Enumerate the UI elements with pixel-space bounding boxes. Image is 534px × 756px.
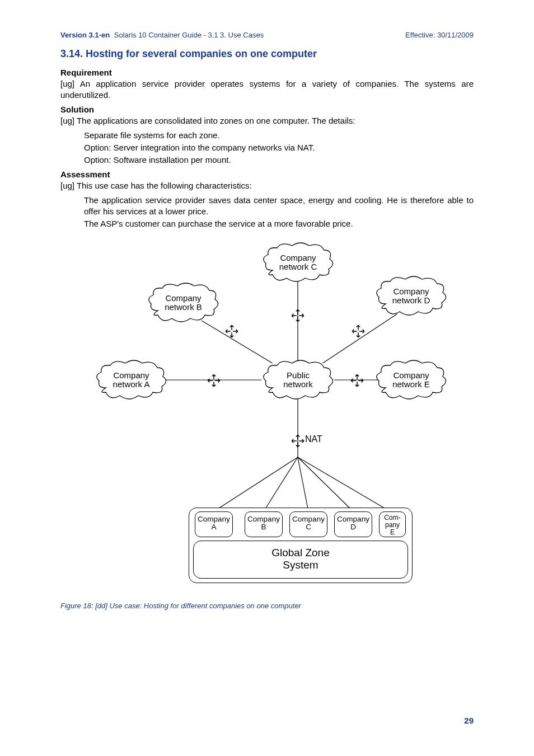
svg-line-10 bbox=[298, 457, 390, 511]
cloud-label: Company network D bbox=[379, 287, 443, 306]
solution-bullets: Separate file systems for each zone. Opt… bbox=[60, 130, 474, 166]
svg-line-3 bbox=[318, 311, 401, 366]
four-arrow-icon bbox=[351, 324, 366, 339]
page-number: 29 bbox=[464, 716, 474, 725]
assessment-label: Assessment bbox=[60, 170, 474, 179]
cloud-label: Company network C bbox=[266, 253, 330, 272]
page-header: Version 3.1-en Solaris 10 Container Guid… bbox=[60, 31, 474, 39]
zone-company-d: Company D bbox=[334, 511, 372, 537]
global-zone-label: Global Zone System bbox=[271, 547, 330, 571]
zone-label: Company B bbox=[247, 515, 280, 532]
cloud-label: Public network bbox=[266, 371, 330, 389]
zone-label: Com- pany E bbox=[384, 514, 400, 536]
bullet-item: Option: Server integration into the comp… bbox=[84, 142, 474, 153]
assessment-text: [ug] This use case has the following cha… bbox=[60, 180, 474, 191]
zone-company-e: Com- pany E bbox=[379, 511, 406, 537]
cloud-label: Company network B bbox=[151, 294, 216, 312]
svg-line-7 bbox=[264, 457, 298, 511]
requirement-label: Requirement bbox=[60, 68, 474, 77]
four-arrow-icon bbox=[350, 373, 364, 388]
four-arrow-icon bbox=[207, 373, 221, 388]
cloud-label: Company network A bbox=[99, 371, 163, 389]
header-version: Version 3.1-en bbox=[60, 31, 110, 39]
cloud-company-e: Company network E bbox=[379, 363, 443, 398]
header-left: Version 3.1-en Solaris 10 Container Guid… bbox=[60, 31, 264, 39]
cloud-company-b: Company network B bbox=[151, 286, 216, 321]
header-effective: Effective: 30/11/2009 bbox=[405, 31, 474, 39]
zone-label: Company A bbox=[198, 515, 230, 532]
nat-label: NAT bbox=[305, 434, 322, 444]
solution-label: Solution bbox=[60, 105, 474, 114]
svg-line-6 bbox=[214, 457, 298, 511]
svg-line-8 bbox=[298, 457, 308, 511]
four-arrow-icon bbox=[291, 308, 305, 323]
four-arrow-icon bbox=[224, 324, 239, 339]
bullet-item: The application service provider saves d… bbox=[84, 195, 474, 218]
section-heading: 3.14. Hosting for several companies on o… bbox=[60, 48, 474, 60]
requirement-text: [ug] An application service provider ope… bbox=[60, 78, 474, 101]
network-diagram: Company network C Company network B Comp… bbox=[88, 246, 446, 593]
zone-company-a: Company A bbox=[195, 511, 233, 537]
cloud-company-a: Company network A bbox=[99, 363, 163, 398]
four-arrow-icon bbox=[291, 434, 305, 448]
cloud-label: Company network E bbox=[379, 371, 443, 389]
figure: Company network C Company network B Comp… bbox=[60, 246, 474, 610]
cloud-company-d: Company network D bbox=[379, 279, 443, 314]
bullet-item: Option: Software installation per mount. bbox=[84, 154, 474, 166]
cloud-company-c: Company network C bbox=[266, 246, 330, 280]
figure-caption: Figure 18: [dd] Use case: Hosting for di… bbox=[60, 602, 301, 610]
zone-label: Company D bbox=[337, 515, 369, 532]
zone-company-c: Company C bbox=[289, 511, 327, 537]
document-page: Version 3.1-en Solaris 10 Container Guid… bbox=[0, 0, 534, 756]
header-doc-title: Solaris 10 Container Guide - 3.1 3. Use … bbox=[114, 31, 264, 39]
global-zone-box: Global Zone System bbox=[193, 541, 408, 579]
assessment-bullets: The application service provider saves d… bbox=[60, 195, 474, 230]
svg-line-9 bbox=[298, 457, 353, 511]
zone-company-b: Company B bbox=[245, 511, 283, 537]
bullet-item: Separate file systems for each zone. bbox=[84, 130, 474, 141]
solution-text: [ug] The applications are consolidated i… bbox=[60, 115, 474, 126]
zone-label: Company C bbox=[292, 515, 325, 532]
bullet-item: The ASP's customer can purchase the serv… bbox=[84, 218, 474, 229]
cloud-public: Public network bbox=[266, 363, 330, 398]
